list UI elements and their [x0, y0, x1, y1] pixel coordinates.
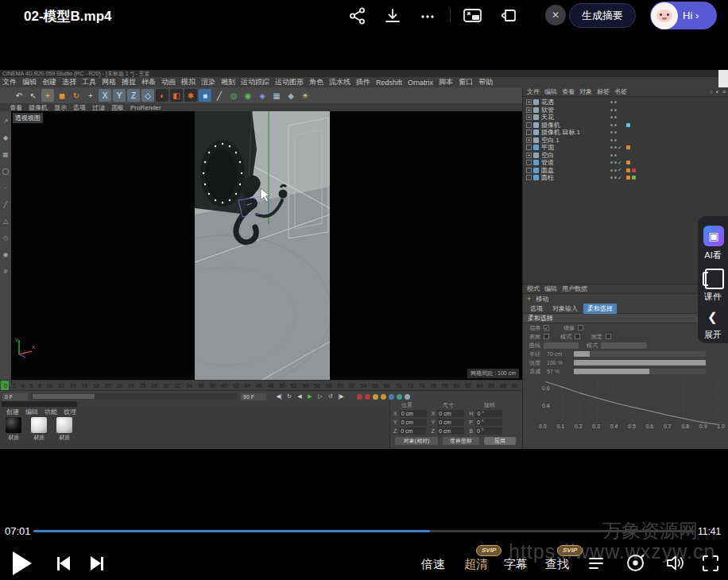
visibility-dot-bottom[interactable]	[614, 169, 617, 172]
fullscreen-icon[interactable]	[701, 554, 720, 573]
enable-checkbox[interactable]: ✓	[544, 325, 549, 331]
c4d-tool-icon[interactable]: ✱	[184, 89, 197, 102]
perspective-viewport[interactable]: 透视视图	[11, 111, 522, 380]
close-button[interactable]: ✕	[545, 5, 566, 25]
object-tag-1[interactable]	[626, 100, 630, 104]
radius-slider[interactable]	[574, 351, 706, 357]
frame-start-field[interactable]: 0 F	[2, 393, 28, 400]
generate-summary-button[interactable]: 生成摘要	[569, 3, 636, 28]
visibility-dot-bottom[interactable]	[614, 146, 617, 149]
material-menu-item[interactable]: 功能	[45, 408, 57, 416]
visibility-dot-bottom[interactable]	[614, 124, 617, 126]
pip-icon[interactable]	[463, 6, 483, 25]
am-tab[interactable]: 对象输入	[548, 304, 582, 314]
object-tag-1[interactable]	[626, 130, 630, 134]
object-tag-2[interactable]	[632, 145, 636, 149]
object-row[interactable]: 圆柱 ✓	[523, 174, 728, 182]
visibility-dot-top[interactable]	[610, 154, 613, 157]
c4d-mode-icon[interactable]: ◆	[3, 134, 8, 141]
strength-slider[interactable]	[574, 360, 706, 365]
previous-video-button[interactable]	[57, 556, 70, 570]
c4d-menu-item[interactable]: 运动跟踪	[241, 77, 269, 87]
c4d-mode-icon[interactable]: ◉	[3, 251, 9, 258]
material-window-tab[interactable]	[2, 401, 77, 407]
coords-value-field[interactable]: 0 cm	[437, 410, 464, 417]
visibility-dot-top[interactable]	[610, 101, 613, 103]
visibility-dot-bottom[interactable]	[614, 101, 617, 103]
c4d-menu-item[interactable]: 编辑	[22, 77, 37, 87]
transport-button[interactable]: ↺	[326, 393, 335, 400]
c4d-menu-item[interactable]: 工具	[82, 77, 96, 87]
transport-button[interactable]: ▷	[316, 393, 325, 400]
visibility-dot-top[interactable]	[610, 116, 613, 118]
material-menu-item[interactable]: 纹理	[64, 408, 76, 416]
am-menu-item[interactable]: 用户数据	[562, 284, 587, 293]
enabled-check[interactable]: ✓	[618, 160, 625, 166]
c4d-menu-item[interactable]: 模拟	[181, 77, 196, 87]
next-video-button[interactable]	[91, 556, 103, 570]
c4d-tool-icon[interactable]: X	[99, 89, 111, 102]
om-menu-item[interactable]: 书签	[614, 87, 627, 96]
c4d-menu-item[interactable]: 运动图形	[275, 77, 304, 87]
c4d-menu-item[interactable]: 渲染	[201, 77, 215, 87]
c4d-menu-item[interactable]: 创建	[42, 77, 56, 87]
c4d-mode-icon[interactable]: △	[3, 218, 8, 225]
coords-value-field[interactable]: 0 °	[475, 410, 502, 417]
visibility-dot-top[interactable]	[610, 109, 613, 111]
expand-toggle-icon[interactable]	[526, 160, 532, 165]
object-tag-2[interactable]	[632, 153, 636, 157]
om-menu-item[interactable]: 对象	[579, 87, 592, 96]
subtitles-button[interactable]: 字幕	[504, 557, 528, 572]
surface-checkbox[interactable]	[544, 334, 549, 339]
om-menu-item[interactable]: 文件	[527, 87, 540, 96]
c4d-tool-icon[interactable]: ◈	[256, 89, 269, 102]
c4d-menu-item[interactable]: 捕捉	[122, 77, 136, 87]
visibility-dot-top[interactable]	[610, 161, 613, 164]
expand-toggle-icon[interactable]: +	[526, 107, 532, 113]
falloff-value[interactable]: 57 %	[547, 369, 571, 374]
volume-icon[interactable]	[664, 552, 686, 574]
c4d-menu-item[interactable]: 选择	[62, 77, 76, 87]
record-button[interactable]	[381, 394, 386, 400]
material-item[interactable]: 材质	[56, 417, 73, 442]
viewport-menu-item[interactable]: ProRender	[130, 104, 161, 111]
om-menu-item[interactable]: 编辑	[544, 87, 557, 96]
om-path-icon[interactable]: ≡	[722, 89, 726, 95]
find-button[interactable]: 查找	[545, 557, 569, 572]
timeline-ruler[interactable]: 0246810121416182022242628303234363840424…	[0, 380, 522, 390]
material-menu-item[interactable]: 创建	[6, 408, 19, 416]
expand-toggle-icon[interactable]: +	[526, 153, 532, 158]
am-menu-item[interactable]: 模式	[527, 284, 540, 293]
object-tag-1[interactable]	[626, 168, 630, 172]
c4d-menu-item[interactable]: 脚本	[439, 77, 453, 87]
c4d-mode-icon[interactable]: ◯	[2, 168, 10, 175]
coords-value-field[interactable]: 0 cm	[399, 427, 426, 435]
am-tab[interactable]: 选项	[526, 304, 547, 314]
coords-value-field[interactable]: 0 °	[475, 419, 502, 426]
enabled-check[interactable]: ✓	[618, 145, 625, 151]
visibility-dot-top[interactable]	[610, 139, 613, 141]
visibility-dot-bottom[interactable]	[614, 109, 617, 111]
frame-end-field[interactable]: 90 F	[241, 393, 266, 400]
visibility-dot-bottom[interactable]	[614, 139, 617, 141]
object-name[interactable]: 圆柱	[541, 173, 610, 182]
visibility-dot-bottom[interactable]	[614, 176, 617, 179]
c4d-menu-item[interactable]: 帮助	[478, 77, 493, 87]
transport-button[interactable]: ◀	[295, 393, 304, 400]
viewport-label[interactable]: 透视视图	[13, 113, 43, 123]
quality-button[interactable]: 超清	[464, 557, 488, 572]
material-item[interactable]: 材质	[30, 417, 48, 442]
c4d-mode-icon[interactable]: #	[4, 268, 7, 275]
radius-value[interactable]: 70 cm	[547, 351, 571, 357]
c4d-mode-icon[interactable]: ◇	[3, 234, 8, 242]
viewport-menu-item[interactable]: 显示	[54, 103, 67, 112]
object-tag-1[interactable]	[626, 115, 630, 119]
strength-value[interactable]: 100 %	[547, 360, 571, 365]
coords-value-field[interactable]: 0 cm	[400, 410, 427, 417]
c4d-menu-item[interactable]: 插件	[356, 77, 370, 87]
c4d-tool-icon[interactable]: +	[84, 89, 97, 102]
c4d-tool-icon[interactable]: ◉	[242, 89, 254, 102]
object-tag-2[interactable]	[632, 123, 636, 127]
am-tab[interactable]: 柔和选择	[583, 304, 617, 314]
play-button[interactable]	[13, 551, 32, 575]
